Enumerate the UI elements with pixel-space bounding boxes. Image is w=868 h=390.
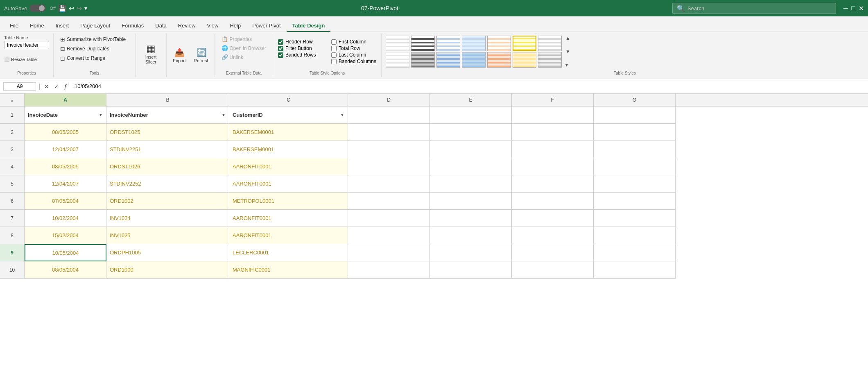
cell-c7[interactable]: AARONFIT0001: [229, 210, 348, 227]
tab-home[interactable]: Home: [24, 20, 50, 32]
resize-table-button[interactable]: ⬜ Resize Table: [4, 57, 49, 62]
tab-page-layout[interactable]: Page Layout: [75, 20, 116, 32]
cell-f2[interactable]: [512, 124, 594, 141]
cell-a10[interactable]: 08/05/2004: [25, 261, 106, 279]
cell-c2[interactable]: BAKERSEM0001: [229, 124, 348, 141]
col-header-d[interactable]: D: [348, 94, 430, 106]
save-icon[interactable]: 💾: [58, 5, 66, 12]
cell-f4[interactable]: [512, 158, 594, 175]
table-style-none[interactable]: [386, 36, 409, 51]
customize-icon[interactable]: ▾: [84, 5, 87, 11]
cell-e4[interactable]: [430, 158, 512, 175]
search-box[interactable]: 🔍: [672, 3, 836, 14]
dropdown-arrow-c1[interactable]: ▼: [340, 113, 344, 117]
cell-b6[interactable]: ORD1002: [106, 193, 229, 210]
table-name-input[interactable]: [4, 41, 49, 49]
cell-f1[interactable]: [512, 107, 594, 124]
cell-b1[interactable]: InvoiceNumber ▼: [106, 107, 229, 124]
cell-a2[interactable]: 08/05/2005: [25, 124, 106, 141]
cell-d1[interactable]: [348, 107, 430, 124]
tab-review[interactable]: Review: [172, 20, 201, 32]
cell-d10[interactable]: [348, 261, 430, 279]
confirm-formula-button[interactable]: ✓: [52, 82, 61, 91]
cancel-formula-button[interactable]: ✕: [43, 82, 51, 91]
first-column-checkbox[interactable]: [331, 39, 337, 45]
filter-button-option[interactable]: Filter Button: [278, 45, 323, 51]
formula-input[interactable]: [71, 82, 865, 90]
table-style-2g[interactable]: [538, 52, 562, 68]
cell-f10[interactable]: [512, 261, 594, 279]
last-column-option[interactable]: Last Column: [331, 52, 376, 58]
cell-f9[interactable]: [512, 244, 594, 261]
cell-d6[interactable]: [348, 193, 430, 210]
cell-g5[interactable]: [594, 175, 676, 193]
cell-g8[interactable]: [594, 227, 676, 244]
banded-columns-option[interactable]: Banded Columns: [331, 59, 376, 64]
cell-a1[interactable]: InvoiceDate ▼: [25, 107, 106, 124]
table-style-orange1[interactable]: [487, 36, 511, 51]
tab-file[interactable]: File: [4, 20, 24, 32]
redo-icon[interactable]: ↪: [77, 5, 82, 12]
maximize-icon[interactable]: □: [851, 5, 855, 12]
table-style-blue2[interactable]: [462, 36, 486, 51]
table-style-dark1[interactable]: [411, 36, 435, 51]
cell-e9[interactable]: [430, 244, 512, 261]
banded-rows-option[interactable]: Banded Rows: [278, 52, 323, 58]
cell-e3[interactable]: [430, 141, 512, 158]
autosave-toggle[interactable]: [29, 5, 46, 12]
first-column-option[interactable]: First Column: [331, 39, 376, 45]
table-style-gray1[interactable]: [538, 36, 562, 51]
header-row-option[interactable]: Header Row: [278, 39, 323, 45]
last-column-checkbox[interactable]: [331, 52, 337, 58]
cell-g1[interactable]: [594, 107, 676, 124]
refresh-button[interactable]: 🔄 Refresh: [191, 46, 212, 65]
tab-data[interactable]: Data: [149, 20, 172, 32]
minimize-icon[interactable]: ─: [843, 5, 848, 12]
cell-f3[interactable]: [512, 141, 594, 158]
cell-g10[interactable]: [594, 261, 676, 279]
cell-b3[interactable]: STDINV2251: [106, 141, 229, 158]
table-style-2f[interactable]: [513, 52, 536, 68]
total-row-option[interactable]: Total Row: [331, 45, 376, 51]
cell-d8[interactable]: [348, 227, 430, 244]
cell-g9[interactable]: [594, 244, 676, 261]
cell-b7[interactable]: INV1024: [106, 210, 229, 227]
cell-d9[interactable]: [348, 244, 430, 261]
cell-a4[interactable]: 08/05/2005: [25, 158, 106, 175]
cell-c10[interactable]: MAGNIFIC0001: [229, 261, 348, 279]
cell-a6[interactable]: 07/05/2004: [25, 193, 106, 210]
cell-b10[interactable]: ORD1000: [106, 261, 229, 279]
cell-reference-input[interactable]: [3, 82, 36, 91]
cell-c9[interactable]: LECLERC0001: [229, 244, 348, 261]
style-dropdown-arrow[interactable]: ▾: [565, 62, 570, 68]
cell-f5[interactable]: [512, 175, 594, 193]
cell-a3[interactable]: 12/04/2007: [25, 141, 106, 158]
search-input[interactable]: [687, 5, 832, 11]
cell-d4[interactable]: [348, 158, 430, 175]
cell-g6[interactable]: [594, 193, 676, 210]
tab-power-pivot[interactable]: Power Pivot: [246, 20, 286, 32]
convert-to-range-button[interactable]: ◻ Convert to Range: [58, 54, 131, 62]
cell-g3[interactable]: [594, 141, 676, 158]
cell-a7[interactable]: 10/02/2004: [25, 210, 106, 227]
cell-b2[interactable]: ORDST1025: [106, 124, 229, 141]
table-style-2a[interactable]: [386, 52, 409, 68]
table-style-blue1[interactable]: [436, 36, 460, 51]
cell-d2[interactable]: [348, 124, 430, 141]
table-style-2d[interactable]: [462, 52, 486, 68]
col-header-c[interactable]: C: [229, 94, 348, 106]
col-header-f[interactable]: F: [512, 94, 594, 106]
filter-button-checkbox[interactable]: [278, 46, 283, 51]
cell-e1[interactable]: [430, 107, 512, 124]
select-all-button[interactable]: ▲: [10, 98, 14, 102]
cell-e6[interactable]: [430, 193, 512, 210]
summarize-pivottable-button[interactable]: ⊞ Summarize with PivotTable: [58, 35, 131, 43]
tab-view[interactable]: View: [201, 20, 224, 32]
cell-b8[interactable]: INV1025: [106, 227, 229, 244]
col-header-a[interactable]: A: [25, 94, 106, 106]
cell-c6[interactable]: METROPOL0001: [229, 193, 348, 210]
col-header-b[interactable]: B: [106, 94, 229, 106]
cell-d3[interactable]: [348, 141, 430, 158]
style-scroll-down[interactable]: ▼: [565, 49, 570, 54]
table-style-2c[interactable]: [436, 52, 460, 68]
